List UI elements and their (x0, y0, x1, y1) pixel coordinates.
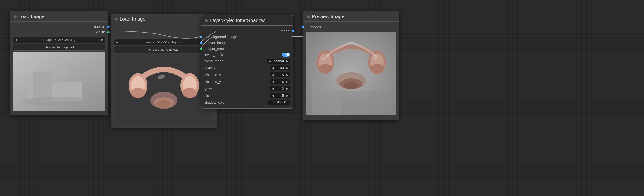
param-invert-mask-label: invert_mask (204, 53, 274, 57)
grow-value: 2 (275, 86, 285, 91)
opacity-left-arrow[interactable]: ◀ (270, 66, 275, 70)
node-header-1: Load Image (10, 11, 108, 22)
port-row-mask-1: MASK (10, 29, 108, 35)
param-shadow-color-value[interactable]: #000000 (268, 100, 290, 105)
param-blur: blur ◀ 15 ▶ (201, 92, 293, 99)
port-in-bg-dot[interactable] (200, 36, 202, 38)
distance-y-control: ◀ 5 ▶ (270, 79, 290, 84)
blend-mode-left-arrow[interactable]: ◀ (268, 59, 272, 63)
blend-mode-value: normal (272, 59, 285, 63)
grow-control: ◀ 2 ▶ (270, 86, 290, 91)
svg-point-7 (130, 88, 146, 98)
layer-node-header: LayerStyle: InnerShadow (201, 15, 293, 26)
param-distance-y: distance_y ◀ 5 ▶ (201, 78, 293, 85)
opacity-value: 100 (275, 65, 285, 70)
distance-x-value: 5 (275, 72, 285, 77)
param-grow: grow ◀ 2 ▶ (201, 85, 293, 92)
node-title-2: Load Image (120, 16, 146, 22)
layer-node-title: LayerStyle: InnerShadow (210, 18, 265, 23)
file-name-display-1: image 512x512bk.jpg (19, 38, 99, 42)
input-port-bg: background_image (201, 34, 293, 40)
file-img-label-2: image (146, 40, 154, 44)
param-blend-mode-label: blend_mode (204, 59, 268, 63)
param-invert-mask-toggle[interactable]: true (274, 53, 290, 57)
param-shadow-color: shadow_color #000000 (201, 99, 293, 106)
file-row-1: ◀ image 512x512bk.jpg ▶ (13, 37, 105, 43)
blur-left-arrow[interactable]: ◀ (270, 94, 275, 98)
upload-btn-1[interactable]: choose file to upload (13, 44, 105, 51)
canvas-area: Load Image IMAGE MASK ◀ image 512x512bk.… (0, 0, 644, 196)
invert-mask-value: true (274, 53, 280, 57)
opacity-control: ◀ 100 ▶ (270, 65, 290, 70)
blur-control: ◀ 15 ▶ (270, 93, 290, 98)
input-port-mask: layer_mask (201, 46, 293, 52)
svg-point-3 (23, 97, 92, 106)
preview-image-node: Preview Image images (303, 11, 399, 120)
blend-mode-right-arrow[interactable]: ▶ (285, 59, 290, 63)
param-blend-mode: blend_mode ◀ normal ▶ (201, 58, 293, 64)
preview-node-status-dot (307, 15, 310, 18)
param-opacity-label: opacity (204, 66, 270, 70)
param-distance-x: distance_x ◀ 5 ▶ (201, 71, 293, 78)
node-status-dot-1 (14, 15, 16, 18)
blend-mode-control: ◀ normal ▶ (268, 59, 290, 63)
param-invert-mask: invert_mask true (201, 52, 293, 58)
preview-port-in: images (304, 24, 399, 30)
port-label-image-1: IMAGE (94, 25, 105, 29)
svg-rect-29 (307, 31, 396, 115)
preview-placeholder-1 (13, 52, 105, 111)
opacity-right-arrow[interactable]: ▶ (285, 66, 290, 70)
load-image-node-1: Load Image IMAGE MASK ◀ image 512x512bk.… (10, 11, 108, 116)
param-shadow-color-label: shadow_color (204, 100, 268, 104)
file-filename-1: 512x512bk.jpg (54, 38, 76, 42)
preview-final-image (306, 31, 396, 115)
preview-port-in-label: images (310, 25, 321, 29)
port-out-image-row: image (201, 28, 293, 34)
file-img-label-1: image (43, 38, 52, 42)
distance-y-right-arrow[interactable]: ▶ (285, 80, 290, 84)
distance-x-control: ◀ 5 ▶ (270, 72, 290, 77)
image-preview-1 (13, 52, 105, 111)
port-in-bg-label: background_image (208, 35, 237, 39)
preview-port-in-dot[interactable] (302, 26, 304, 28)
param-opacity: opacity ◀ 100 ▶ (201, 64, 293, 71)
layer-node-body: image background_image layer_image layer… (201, 26, 293, 108)
param-blur-label: blur (204, 94, 270, 98)
port-dot-mask-1[interactable] (107, 31, 110, 33)
port-in-mask-label: layer_mask (208, 47, 226, 51)
distance-x-right-arrow[interactable]: ▶ (285, 73, 290, 77)
param-distance-y-label: distance_y (204, 80, 270, 84)
distance-y-left-arrow[interactable]: ◀ (270, 80, 275, 84)
port-dot-image-1[interactable] (107, 26, 110, 28)
toggle-pill[interactable] (282, 53, 290, 57)
param-grow-label: grow (204, 87, 270, 91)
upload-btn-2[interactable]: choose file to upload (114, 46, 214, 53)
image-preview-2 (114, 55, 214, 124)
layer-node-status-dot (205, 19, 208, 22)
svg-point-10 (182, 88, 197, 98)
port-in-mask-dot[interactable] (200, 47, 202, 50)
distance-y-value: 5 (275, 79, 285, 84)
file-prev-btn-2[interactable]: ◀ (114, 39, 120, 45)
grow-right-arrow[interactable]: ▶ (285, 87, 290, 91)
file-filename-2: 512x512 (14).png (157, 40, 182, 44)
port-row-image-1: IMAGE (10, 24, 108, 29)
file-next-btn-1[interactable]: ▶ (99, 37, 105, 43)
blur-right-arrow[interactable]: ▶ (285, 94, 290, 98)
file-prev-btn-1[interactable]: ◀ (13, 37, 19, 43)
port-in-layer-label: layer_image (208, 41, 226, 45)
preview-final-svg (306, 31, 396, 115)
node-title-1: Load Image (18, 14, 44, 19)
layer-style-node: LayerStyle: InnerShadow image background… (201, 15, 293, 109)
svg-point-13 (157, 100, 171, 108)
input-port-layer: layer_image (201, 40, 293, 46)
grow-left-arrow[interactable]: ◀ (270, 87, 275, 91)
distance-x-left-arrow[interactable]: ◀ (270, 73, 275, 77)
file-name-display-2: image 512x512 (14).png (120, 40, 208, 44)
preview-node-body: images (304, 22, 399, 120)
port-out-image-label: image (280, 29, 289, 33)
port-label-mask-1: MASK (96, 30, 105, 34)
port-in-layer-dot[interactable] (200, 42, 202, 44)
port-out-image-dot[interactable] (292, 30, 294, 32)
node-body-1: IMAGE MASK ◀ image 512x512bk.jpg ▶ choos… (10, 22, 108, 115)
